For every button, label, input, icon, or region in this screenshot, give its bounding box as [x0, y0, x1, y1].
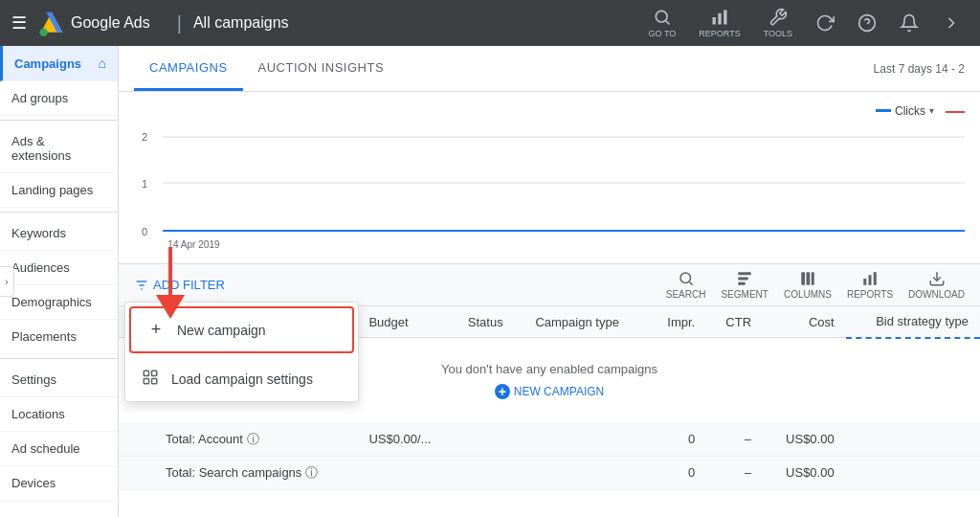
sidebar-item-audiences[interactable]: Audiences — [0, 251, 118, 285]
sidebar-item-landing-pages[interactable]: Landing pages — [0, 173, 118, 208]
legend-clicks-label: Clicks — [895, 104, 925, 118]
td-total-account-label: Total: Account ⓘ — [154, 422, 357, 456]
dropdown-load-campaign-label: Load campaign settings — [171, 371, 313, 387]
toolbar-reports-btn[interactable]: REPORTS — [847, 270, 893, 300]
add-filter-btn[interactable]: ADD FILTER — [134, 278, 225, 293]
svg-rect-36 — [152, 379, 157, 384]
new-campaign-plus-dropdown-icon: + — [146, 320, 166, 340]
sidebar-item-campaigns[interactable]: Campaigns ⌂ — [0, 46, 118, 81]
toolbar-segment-btn[interactable]: SEGMENT — [721, 270, 768, 300]
main-content: CAMPAIGNS AUCTION INSIGHTS Last 7 days 1… — [119, 46, 980, 517]
sidebar-expand-btn[interactable]: › — [0, 266, 14, 297]
tools-icon-btn[interactable]: TOOLS — [756, 4, 800, 42]
toolbar-columns-btn[interactable]: COLUMNS — [784, 270, 832, 300]
sidebar-adgroups-label: Ad groups — [11, 91, 68, 105]
goto-label: GO TO — [649, 29, 677, 38]
td-total-account-status — [457, 422, 524, 456]
toolbar-search-btn[interactable]: SEARCH — [666, 270, 706, 300]
tools-label: TOOLS — [764, 29, 792, 38]
hamburger-menu[interactable]: ☰ — [11, 12, 27, 34]
sidebar-divider-1 — [0, 120, 118, 121]
svg-point-2 — [39, 29, 47, 36]
th-ctr: CTR — [706, 306, 763, 338]
help-btn[interactable] — [850, 6, 884, 40]
dropdown-menu: + New campaign Load campaign settings — [124, 302, 359, 402]
sidebar-item-devices[interactable]: Devices — [0, 466, 118, 501]
th-status: Status — [457, 306, 524, 338]
dropdown-load-campaign[interactable]: Load campaign settings — [125, 357, 358, 401]
sidebar-item-keywords[interactable]: Keywords — [0, 216, 118, 251]
sidebar-item-settings[interactable]: Settings — [0, 363, 118, 397]
td-total-account-ctr: – — [706, 422, 763, 456]
total-account-info[interactable]: ⓘ — [247, 432, 259, 446]
account-btn[interactable] — [934, 6, 969, 40]
td-total-search-cost: US$0.00 — [763, 456, 846, 489]
svg-rect-28 — [863, 279, 866, 285]
svg-text:1: 1 — [142, 178, 147, 190]
svg-point-20 — [680, 273, 691, 283]
google-ads-logo — [38, 10, 65, 36]
sidebar-item-locations[interactable]: Locations — [0, 397, 118, 432]
td-total-search-status — [457, 456, 524, 489]
svg-rect-6 — [718, 13, 721, 25]
svg-rect-29 — [869, 275, 872, 285]
total-search-info[interactable]: ⓘ — [305, 465, 318, 480]
top-nav: ☰ Google Ads | All campaigns GO TO REPOR… — [0, 0, 980, 46]
toolbar-segment-label: SEGMENT — [721, 289, 768, 300]
td-search-checkbox — [119, 456, 154, 489]
toolbar-icons: SEARCH SEGMENT COLUMNS — [666, 270, 965, 300]
nav-divider: | — [177, 12, 182, 34]
th-budget: Budget — [357, 306, 456, 338]
td-total-search-impr: 0 — [648, 456, 706, 489]
td-total-search-label: Total: Search campaigns ⓘ — [154, 456, 357, 489]
legend-dropdown-arrow[interactable]: ▾ — [929, 105, 934, 116]
td-total-search-bid — [846, 456, 980, 489]
svg-point-3 — [656, 11, 667, 22]
load-campaign-icon — [141, 369, 160, 390]
reports-icon-btn[interactable]: REPORTS — [691, 4, 747, 42]
svg-text:0: 0 — [142, 226, 147, 237]
td-total-account-cost: US$0.00 — [763, 422, 846, 456]
tab-campaigns[interactable]: CAMPAIGNS — [134, 46, 243, 91]
td-total-search-type — [523, 456, 647, 489]
notifications-btn[interactable] — [892, 6, 926, 40]
sidebar-settings-label: Settings — [11, 372, 56, 387]
refresh-btn[interactable] — [808, 6, 842, 40]
date-range[interactable]: Last 7 days 14 - 2 — [874, 62, 965, 76]
app-name-label: Google Ads — [71, 14, 150, 32]
toolbar-columns-label: COLUMNS — [784, 289, 832, 300]
svg-text:14 Apr 2019: 14 Apr 2019 — [167, 239, 220, 250]
total-search-row: Total: Search campaigns ⓘ 0 – US$0.00 — [119, 456, 980, 489]
sidebar-item-ad-schedule[interactable]: Ad schedule — [0, 432, 118, 466]
svg-rect-30 — [874, 272, 877, 285]
sidebar-item-placements[interactable]: Placements — [0, 320, 118, 354]
sidebar-campaigns-label: Campaigns — [14, 56, 81, 71]
svg-rect-25 — [801, 272, 805, 285]
goto-icon-btn[interactable]: GO TO — [641, 4, 684, 42]
tabs-bar: CAMPAIGNS AUCTION INSIGHTS Last 7 days 1… — [119, 46, 980, 92]
sidebar-item-ad-groups[interactable]: Ad groups — [0, 81, 118, 116]
legend-remove-icon[interactable]: — — [946, 100, 965, 122]
sidebar-item-demographics[interactable]: Demographics — [0, 285, 118, 320]
toolbar-download-btn[interactable]: DOWNLOAD — [908, 270, 965, 300]
home-icon: ⌂ — [99, 56, 106, 71]
reports-label: REPORTS — [699, 29, 740, 38]
svg-rect-23 — [738, 278, 748, 281]
legend-dot-clicks — [876, 109, 891, 112]
td-total-checkbox — [119, 422, 154, 456]
svg-rect-24 — [738, 282, 746, 285]
td-total-account-budget: US$0.00/... — [357, 422, 456, 456]
new-campaign-link[interactable]: + NEW CAMPAIGN — [495, 384, 604, 399]
sidebar-audiences-label: Audiences — [11, 260, 70, 275]
data-toolbar: ADD FILTER SEARCH SEGMENT — [119, 264, 980, 306]
chart-legend-clicks[interactable]: Clicks ▾ — [876, 104, 934, 118]
chart-area: Clicks ▾ — 2 1 0 14 Apr 2019 — [119, 92, 980, 264]
svg-rect-35 — [152, 371, 157, 375]
sidebar-item-ads-extensions[interactable]: Ads & extensions — [0, 124, 118, 173]
svg-rect-7 — [724, 11, 726, 25]
dropdown-new-campaign[interactable]: + New campaign — [129, 306, 354, 353]
tab-auction-insights[interactable]: AUCTION INSIGHTS — [243, 46, 400, 91]
page-title: All campaigns — [193, 14, 289, 32]
sidebar-divider-3 — [0, 358, 118, 359]
svg-rect-27 — [812, 272, 814, 285]
